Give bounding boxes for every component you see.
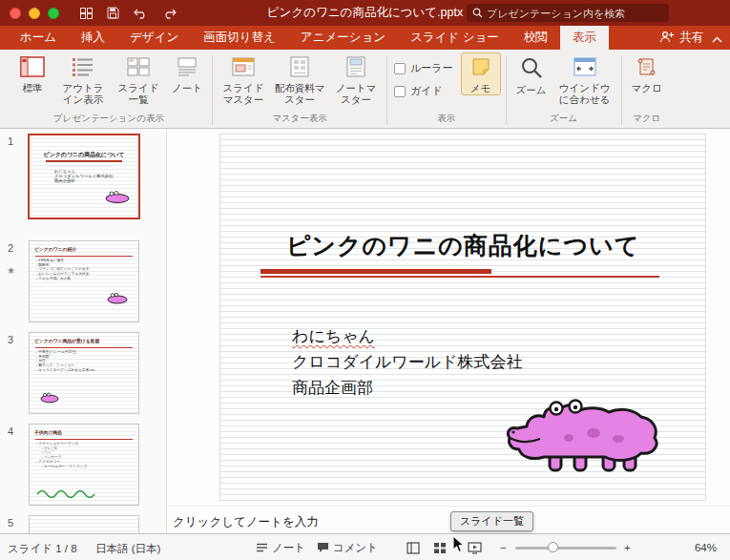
save-icon[interactable] [107, 7, 119, 19]
notes-pane[interactable]: クリックしてノートを入力 [167, 506, 730, 533]
notes-pane-toggle-button[interactable]: メモ [461, 52, 501, 95]
slide-title-text[interactable]: ピンクのワニの商品化について [220, 230, 705, 261]
zoom-in-button[interactable]: + [624, 542, 631, 553]
tab-animations[interactable]: アニメーション [288, 26, 398, 50]
ribbon-group-zoom: ズーム ウインドウに合わせる ズーム [507, 52, 621, 128]
ruler-checkbox-box [394, 63, 406, 74]
tab-home[interactable]: ホーム [8, 26, 69, 50]
ribbon-group-presentation-views: 標準 アウトライン表示 スライド一覧 ノート プレゼンテーションの表示 [6, 52, 212, 128]
minimize-button[interactable] [29, 8, 40, 19]
search-box[interactable] [467, 4, 669, 22]
search-input[interactable] [487, 8, 657, 19]
slide-number: 1 [8, 135, 13, 147]
share-person-icon [659, 31, 675, 46]
notes-master-icon [344, 56, 368, 79]
normal-view-toggle[interactable] [407, 541, 420, 558]
slide-master-button[interactable]: スライドマスター [218, 52, 269, 107]
mini-crocodile-image [37, 390, 60, 407]
thumb2-underline [35, 256, 133, 257]
slide-thumbnail-4[interactable]: 子供向け商品 ステーショナリーグッズ けしごむ ペン ペンケース アクセサリー … [29, 424, 139, 506]
slideshow-view-toggle[interactable] [468, 541, 482, 558]
share-button[interactable]: 共有 [659, 26, 703, 50]
zoom-slider-track [515, 547, 616, 550]
slide-body-line: クロコダイルワールド株式会社 [292, 349, 523, 375]
slide-counter: スライド 1 / 8 [8, 542, 77, 556]
handout-master-button[interactable]: 配布資料マスター [271, 52, 328, 107]
zoom-magnifier-icon [520, 56, 543, 81]
normal-view-button[interactable]: 標準 [10, 52, 54, 95]
slide-body-line: 商品企画部 [292, 375, 523, 401]
slide-number: 5 [8, 517, 13, 529]
normal-view-icon [20, 56, 45, 79]
memo-label: メモ [470, 82, 491, 93]
group-label-zoom: ズーム [511, 112, 616, 128]
zoom-label: ズーム [516, 84, 547, 95]
group-label-show: 表示 [392, 112, 501, 128]
slide-sorter-button[interactable]: スライド一覧 [112, 52, 165, 107]
zoom-out-button[interactable]: − [500, 542, 507, 553]
macros-button[interactable]: マクロ [627, 52, 667, 95]
slide-sorter-view-toggle[interactable] [433, 541, 447, 558]
outline-view-icon [71, 56, 95, 79]
slide-1[interactable]: ピンクのワニの商品化について わにちゃん クロコダイルワールド株式会社 商品企画… [219, 134, 706, 501]
thumb4-title: 子供向け商品 [34, 429, 139, 436]
thumb3-underline [35, 347, 133, 348]
tab-design[interactable]: デザイン [117, 26, 191, 50]
ribbon-tab-bar: ホーム 挿入 デザイン 画面切り替え アニメーション スライド ショー 校閲 表… [0, 26, 730, 50]
tab-view[interactable]: 表示 [560, 26, 609, 50]
fullscreen-button[interactable] [48, 8, 59, 19]
ribbon-group-show: ルーラー ガイド メモ 表示 [387, 52, 506, 128]
search-icon [472, 5, 483, 22]
slide-thumbnail-5[interactable] [29, 515, 139, 533]
ribbon: 標準 アウトライン表示 スライド一覧 ノート プレゼンテーションの表示 [0, 50, 730, 129]
notes-toggle[interactable]: ノート [256, 541, 305, 555]
undo-icon[interactable] [134, 8, 148, 19]
crocodile-image[interactable] [502, 379, 669, 480]
ribbon-group-master-views: スライドマスター 配布資料マスター ノートマスター マスター表示 [213, 52, 386, 128]
grid-icon[interactable] [80, 8, 93, 19]
animation-star-icon: ★ [7, 265, 15, 276]
group-label-master-views: マスター表示 [218, 112, 382, 128]
slide-thumbnail-2[interactable]: ピンクのワニの紹介 1995年春に誕生 関西系 ツチノコに似ていたことがある お… [29, 240, 139, 322]
thumb2-bullet: 小さな子供に大人気 [36, 277, 139, 281]
slide-sorter-tooltip: スライド一覧 [450, 511, 533, 531]
zoom-slider[interactable] [515, 534, 616, 560]
notes-placeholder[interactable]: クリックしてノートを入力 [173, 514, 319, 530]
guides-checkbox[interactable]: ガイド [394, 84, 453, 98]
zoom-slider-knob[interactable] [548, 542, 558, 552]
slide-body-textbox[interactable]: わにちゃん クロコダイルワールド株式会社 商品企画部 [292, 323, 523, 401]
collapse-ribbon-icon[interactable] [712, 32, 722, 46]
notes-page-button[interactable]: ノート [167, 52, 207, 95]
slide-thumbnail-3[interactable]: ピンクのワニ商品が受ける客層 中高生(ワニール中学生) 系統図 女性 親子ペア、… [29, 332, 139, 414]
ruler-checkbox[interactable]: ルーラー [394, 61, 453, 75]
tab-insert[interactable]: 挿入 [69, 26, 117, 50]
guides-label: ガイド [410, 84, 443, 98]
notes-master-button[interactable]: ノートマスター [330, 52, 382, 107]
comments-toggle[interactable]: コメント [317, 541, 378, 555]
fit-to-window-button[interactable]: ウインドウに合わせる [553, 52, 616, 107]
ribbon-group-macros: マクロ マクロ [622, 52, 672, 128]
group-label-presentation-views: プレゼンテーションの表示 [10, 112, 207, 128]
tab-slideshow[interactable]: スライド ショー [398, 26, 511, 50]
tab-transitions[interactable]: 画面切り替え [191, 26, 288, 50]
outline-view-button[interactable]: アウトライン表示 [56, 52, 110, 107]
comment-icon [317, 542, 329, 555]
slide-number: 3 [8, 334, 13, 345]
green-scribble [35, 485, 102, 502]
mini-crocodile-image [104, 291, 129, 308]
group-label-macros: マクロ [627, 112, 667, 128]
thumb1-underline [46, 160, 122, 162]
slide-thumbnail-1[interactable]: ピンクのワニの商品化について わにちゃん クロコダイルワールド株式会社 商品企画… [28, 134, 140, 219]
redo-icon[interactable] [162, 8, 177, 19]
title-underline [261, 269, 659, 278]
tab-review[interactable]: 校閲 [511, 26, 560, 50]
slide-number: 4 [8, 425, 13, 437]
zoom-button[interactable]: ズーム [511, 52, 552, 97]
ruler-label: ルーラー [410, 61, 453, 75]
language-button[interactable]: 日本語 (日本) [95, 542, 160, 556]
fit-to-window-label: ウインドウに合わせる [555, 82, 615, 105]
slide-sorter-icon [126, 56, 151, 79]
titlebar: ピンクのワニの商品化について.pptx [0, 0, 730, 26]
zoom-percent[interactable]: 64% [695, 542, 717, 553]
close-button[interactable] [10, 8, 21, 19]
